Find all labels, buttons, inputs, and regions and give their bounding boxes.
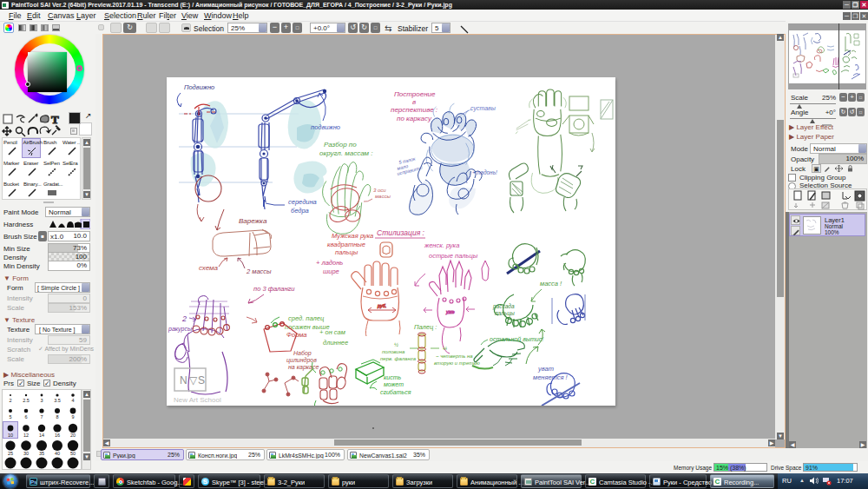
svg-text:50: 50 (70, 451, 76, 456)
svg-text:перспективе :: перспективе : (391, 106, 437, 114)
svg-text:Pencil: Pencil (3, 139, 17, 145)
svg-text:▽: ▽ (189, 374, 198, 387)
svg-text:25: 25 (8, 451, 13, 456)
svg-text:8: 8 (56, 414, 58, 420)
svg-text:T: T (51, 113, 59, 126)
svg-text:9: 9 (71, 414, 74, 420)
svg-text:5: 5 (9, 414, 11, 420)
svg-text:остальной вытис!: остальной вытис! (490, 336, 543, 342)
svg-text:3: 3 (40, 398, 43, 403)
svg-text:на каркасе: на каркасе (288, 364, 319, 371)
svg-text:¼: ¼ (443, 346, 447, 351)
svg-text:по 3 фаланги: по 3 фаланги (253, 285, 295, 293)
svg-text:Water ..: Water .. (62, 139, 80, 145)
svg-text:Разбор по: Разбор по (324, 141, 357, 149)
svg-text:пальцы: пальцы (495, 310, 515, 317)
svg-text:вторую и третью: вторую и третью (434, 360, 480, 366)
svg-text:кисть: кисть (384, 374, 402, 380)
svg-text:перв. фаланга: перв. фаланга (380, 356, 417, 361)
svg-text:Мужская рука: Мужская рука (332, 232, 373, 240)
svg-text:сгибаться: сгибаться (380, 389, 411, 395)
svg-text:6: 6 (24, 414, 27, 420)
svg-text:~ четверть на: ~ четверть на (436, 354, 473, 359)
svg-text:квадратные: квадратные (327, 241, 365, 248)
svg-text:Построение: Построение (394, 90, 436, 98)
svg-text:20: 20 (70, 433, 76, 438)
svg-text:по каркасу: по каркасу (397, 115, 432, 122)
svg-text:SelEra: SelEra (62, 160, 78, 166)
svg-text:сред. палец: сред. палец (288, 314, 325, 322)
svg-text:Gradat...: Gradat... (43, 181, 63, 187)
svg-text:шире: шире (323, 268, 339, 275)
svg-text:3 оси: 3 оси (373, 188, 386, 193)
svg-text:бедра: бедра (291, 207, 309, 215)
svg-text:пальцы: пальцы (335, 248, 358, 256)
svg-text:+ ладонь!: + ладонь! (472, 169, 497, 175)
svg-text:массы: массы (375, 194, 391, 199)
svg-text:подвижно: подвижно (311, 123, 340, 131)
svg-text:12: 12 (23, 433, 29, 438)
svg-text:Форма: Форма (286, 331, 307, 339)
svg-text:N: N (180, 374, 187, 387)
svg-text:+ ладонь: + ладонь (316, 259, 343, 267)
svg-text:длиннее: длиннее (323, 339, 348, 347)
svg-text:2 массы: 2 массы (246, 268, 272, 275)
svg-text:рассада: рассада (492, 303, 515, 310)
svg-text:New Art School: New Art School (174, 396, 221, 404)
svg-text:схема: схема (199, 264, 219, 272)
svg-text:суставы: суставы (470, 105, 496, 112)
svg-text:середина: середина (288, 198, 317, 206)
svg-text:2.5: 2.5 (23, 398, 30, 403)
svg-text:уже: уже (445, 309, 455, 314)
svg-text:Bucket: Bucket (3, 181, 19, 187)
svg-text:меняется !: меняется ! (533, 373, 569, 381)
svg-text:10: 10 (8, 433, 13, 438)
svg-text:округл. массам :: округл. массам : (319, 149, 373, 157)
svg-text:уват: уват (537, 365, 554, 373)
svg-text:масса !: масса ! (540, 280, 562, 287)
svg-text:Стилизация :: Стилизация : (377, 228, 425, 237)
svg-text:30: 30 (23, 451, 29, 456)
svg-text:Палец :: Палец : (414, 323, 437, 331)
svg-text:S: S (198, 374, 205, 387)
svg-text:ракурсы: ракурсы (168, 326, 193, 333)
svg-text:16: 16 (55, 433, 60, 438)
svg-text:женск. рука: женск. рука (424, 241, 459, 249)
svg-text:35: 35 (39, 451, 44, 456)
svg-text:+ он сам: + он сам (319, 328, 345, 336)
svg-text:половина: половина (382, 349, 405, 354)
svg-text:Набор: Набор (293, 350, 312, 357)
svg-text:7: 7 (40, 414, 43, 420)
svg-text:4: 4 (71, 398, 74, 403)
svg-text:руб.: руб. (377, 303, 386, 308)
svg-text:40: 40 (55, 451, 60, 456)
svg-text:может: может (384, 381, 404, 387)
svg-text:SelPen: SelPen (43, 160, 61, 166)
svg-text:Подвижно: Подвижно (184, 83, 214, 91)
svg-text:Eraser: Eraser (23, 160, 38, 166)
svg-text:Marker: Marker (3, 160, 19, 166)
svg-text:острые пальцы: острые пальцы (429, 252, 478, 260)
svg-text:Binary...: Binary... (23, 181, 42, 187)
svg-text:3.5: 3.5 (54, 398, 61, 403)
svg-text:2: 2 (9, 398, 11, 403)
svg-text:2: 2 (181, 314, 187, 323)
svg-text:½: ½ (394, 342, 398, 347)
svg-text:Варежка: Варежка (239, 217, 267, 225)
svg-text:в: в (412, 98, 416, 106)
svg-text:Brush: Brush (43, 139, 57, 145)
svg-text:14: 14 (39, 433, 44, 438)
svg-text:AirBrush: AirBrush (23, 139, 43, 145)
